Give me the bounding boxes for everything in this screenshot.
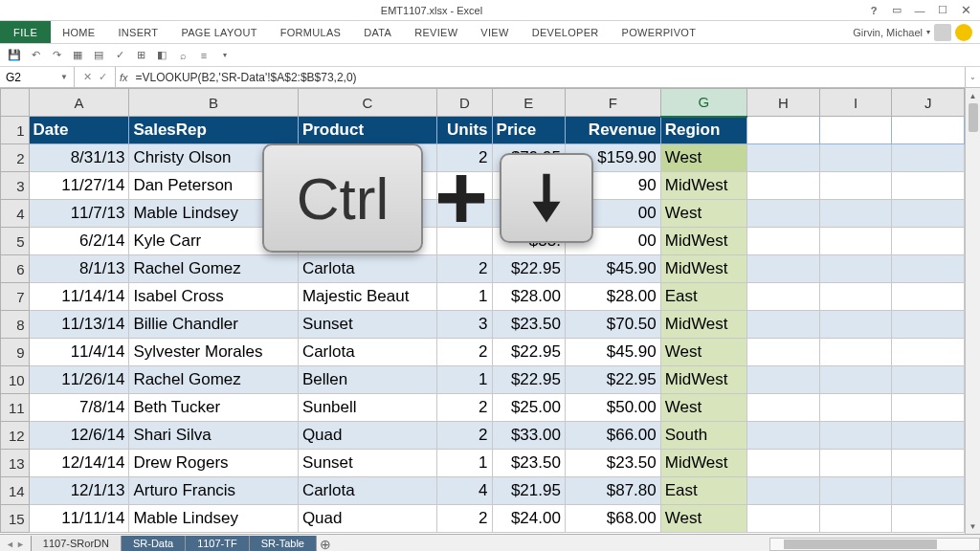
ribbon-tab-developer[interactable]: DEVELOPER	[521, 21, 611, 43]
column-header[interactable]: F	[565, 89, 660, 117]
cell[interactable]: $68.00	[565, 505, 660, 533]
cell[interactable]: $21.95	[492, 477, 565, 505]
cell[interactable]	[747, 505, 820, 533]
row-header[interactable]: 4	[1, 200, 30, 228]
region-cell[interactable]: East	[660, 477, 746, 505]
header-price[interactable]: Price	[492, 117, 565, 144]
cell[interactable]	[747, 339, 820, 366]
cell[interactable]	[892, 366, 965, 394]
sheet-nav[interactable]: ◄►	[0, 540, 31, 549]
header-product[interactable]: Product	[298, 117, 436, 144]
cell[interactable]: $25.00	[492, 394, 565, 422]
cell[interactable]	[747, 144, 820, 172]
cell[interactable]: Rachel Gomez	[129, 255, 299, 283]
cell[interactable]: 7/8/14	[29, 394, 129, 422]
cell[interactable]	[892, 283, 965, 311]
cell[interactable]	[747, 450, 820, 477]
ribbon-tab-review[interactable]: REVIEW	[403, 21, 469, 43]
cell[interactable]	[892, 339, 965, 366]
cell[interactable]: $87.80	[565, 477, 660, 505]
sheet-tab[interactable]: 1107-TF	[185, 536, 250, 551]
cell[interactable]: 12/1/13	[29, 477, 129, 505]
cell[interactable]: Carlota	[298, 255, 436, 283]
cell[interactable]: $50.00	[565, 394, 660, 422]
cell[interactable]	[747, 366, 820, 394]
scroll-thumb[interactable]	[969, 103, 978, 132]
cell[interactable]	[892, 200, 965, 228]
row-header[interactable]: 6	[1, 255, 30, 283]
cell[interactable]: Drew Rogers	[129, 450, 299, 477]
qat-icon[interactable]: ⊞	[132, 47, 149, 64]
qat-icon[interactable]: ≡	[195, 47, 212, 64]
cell[interactable]	[820, 172, 892, 200]
cell[interactable]: 11/26/14	[29, 366, 129, 394]
header-region[interactable]: Region	[660, 117, 746, 144]
scroll-down-icon[interactable]: ▼	[966, 518, 980, 534]
cell[interactable]	[820, 450, 892, 477]
qat-icon[interactable]: ◧	[153, 47, 170, 64]
cell[interactable]: Arturo Francis	[129, 477, 299, 505]
cell[interactable]: $23.50	[492, 450, 565, 477]
row-header[interactable]: 8	[1, 311, 30, 339]
enter-icon[interactable]: ✓	[96, 71, 109, 83]
cell[interactable]	[747, 117, 820, 144]
column-header[interactable]: A	[29, 89, 129, 117]
ribbon-tab-powerpivot[interactable]: POWERPIVOT	[611, 21, 708, 43]
region-cell[interactable]: West	[660, 505, 746, 533]
cell[interactable]: Sylvester Morales	[129, 339, 299, 366]
cell[interactable]: 1	[437, 450, 492, 477]
row-header[interactable]: 7	[1, 283, 30, 311]
region-cell[interactable]: West	[660, 339, 746, 366]
redo-icon[interactable]: ↷	[48, 47, 65, 64]
cell[interactable]	[820, 144, 892, 172]
header-revenue[interactable]: Revenue	[565, 117, 660, 144]
cell[interactable]: 3	[437, 311, 492, 339]
cell[interactable]: Bellen	[298, 366, 436, 394]
cell[interactable]	[820, 422, 892, 450]
cell[interactable]	[820, 477, 892, 505]
qat-icon[interactable]: ⌕	[174, 47, 191, 64]
cell[interactable]: $33.00	[492, 422, 565, 450]
cell[interactable]	[820, 366, 892, 394]
cell[interactable]	[892, 228, 965, 255]
cell[interactable]: 11/27/14	[29, 172, 129, 200]
add-sheet-icon[interactable]: ⊕	[316, 537, 335, 552]
qat-icon[interactable]: ✓	[111, 47, 128, 64]
cell[interactable]	[892, 450, 965, 477]
cell[interactable]: Carlota	[298, 339, 436, 366]
cell[interactable]	[892, 311, 965, 339]
cell[interactable]	[892, 117, 965, 144]
header-salesrep[interactable]: SalesRep	[129, 117, 299, 144]
sheet-tab[interactable]: SR-Table	[249, 536, 317, 551]
region-cell[interactable]: MidWest	[660, 172, 746, 200]
cell[interactable]	[892, 477, 965, 505]
scroll-up-icon[interactable]: ▲	[966, 88, 980, 103]
cell[interactable]: $23.50	[565, 450, 660, 477]
cell[interactable]: 4	[437, 477, 492, 505]
cell[interactable]: 11/7/13	[29, 200, 129, 228]
ribbon-tab-home[interactable]: HOME	[51, 21, 106, 43]
cell[interactable]: 12/6/14	[29, 422, 129, 450]
cell[interactable]: $70.50	[565, 311, 660, 339]
name-box[interactable]: G2 ▼	[0, 67, 75, 87]
cell[interactable]	[820, 200, 892, 228]
cell[interactable]	[820, 505, 892, 533]
cell[interactable]: $28.00	[492, 283, 565, 311]
region-cell[interactable]: MidWest	[660, 366, 746, 394]
cell[interactable]: Sunset	[298, 311, 436, 339]
column-header[interactable]: I	[820, 89, 892, 117]
cell[interactable]: 12/14/14	[29, 450, 129, 477]
cell[interactable]	[892, 422, 965, 450]
cell[interactable]	[820, 117, 892, 144]
cell[interactable]: 2	[437, 394, 492, 422]
ribbon-tab-data[interactable]: DATA	[352, 21, 403, 43]
region-cell[interactable]: West	[660, 394, 746, 422]
column-header[interactable]: G	[660, 89, 746, 117]
cell[interactable]: 11/14/14	[29, 283, 129, 311]
cell[interactable]: 2	[437, 339, 492, 366]
help-icon[interactable]: ?	[863, 3, 884, 18]
sheet-tab[interactable]: SR-Data	[121, 536, 186, 552]
region-cell[interactable]: MidWest	[660, 450, 746, 477]
account-user[interactable]: Girvin, Michael ▾	[845, 24, 980, 41]
vertical-scrollbar[interactable]: ▲ ▼	[965, 88, 980, 534]
